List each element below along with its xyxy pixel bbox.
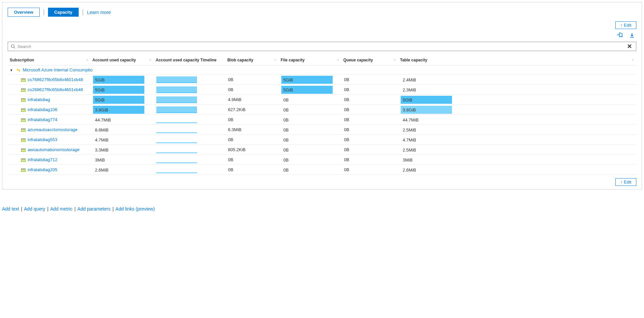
key-icon	[16, 68, 20, 72]
sort-icon: ↑↓	[274, 58, 276, 61]
bottom-edit-row: ↑ Edit	[8, 178, 636, 186]
col-file[interactable]: File capacity↑↓	[279, 56, 341, 65]
storage-account-link[interactable]: cs268627f8c65b8x4601xb48	[28, 87, 83, 92]
table-capacity-value: 3.8GiB	[403, 107, 416, 112]
add-metric-link[interactable]: Add metric	[50, 206, 73, 212]
storage-icon	[21, 168, 26, 172]
svg-rect-29	[22, 140, 25, 141]
add-links-bar: Add text | Add query | Add metric | Add …	[2, 206, 642, 212]
table-capacity-value: 3MiB	[403, 157, 413, 162]
search-input[interactable]	[15, 42, 626, 51]
svg-point-0	[11, 45, 14, 48]
svg-rect-37	[22, 161, 25, 161]
group-name[interactable]: Microsoft Azure Internal Consumptio	[23, 67, 93, 72]
svg-rect-28	[22, 140, 25, 140]
svg-rect-35	[21, 159, 26, 162]
queue-capacity-value: 0B	[344, 127, 349, 132]
timeline-sparkline	[156, 116, 197, 123]
svg-rect-15	[21, 109, 26, 112]
storage-account-link[interactable]: infralabdiag553	[28, 137, 57, 142]
timeline-sparkline	[156, 86, 197, 93]
svg-rect-3	[21, 79, 26, 82]
search-box[interactable]: ✕	[8, 42, 636, 51]
pin-icon[interactable]	[617, 32, 623, 38]
sort-icon: ↑↓	[337, 58, 339, 61]
table-header-row: Subscription↑↓ Account used capacity↑↓ A…	[8, 56, 636, 65]
col-used[interactable]: Account used capacity↑↓	[90, 56, 154, 65]
download-icon[interactable]	[629, 32, 635, 38]
timeline-sparkline	[156, 167, 197, 173]
file-capacity-value: 0B	[283, 97, 289, 102]
table-row: infralabdiag1063.8GiB627.2KiB0B0B3.8GiB	[8, 105, 636, 115]
add-text-link[interactable]: Add text	[2, 206, 19, 212]
queue-capacity-value: 0B	[344, 147, 349, 152]
storage-account-link[interactable]: infralabdiag712	[28, 157, 57, 162]
svg-rect-30	[21, 148, 26, 149]
col-table[interactable]: Table capacity↑↓	[398, 56, 636, 65]
learn-more-link[interactable]: Learn more	[87, 10, 111, 15]
file-capacity-value: 0B	[283, 117, 289, 122]
queue-capacity-value: 0B	[344, 77, 349, 82]
search-icon	[11, 44, 15, 49]
svg-rect-2	[21, 78, 26, 79]
table-row: cs268627f8c65b8x4601xb485GiB0B5GiB0B2.3M…	[8, 85, 636, 95]
storage-account-link[interactable]: awsautomationomsstorage	[28, 147, 79, 152]
used-capacity-value: 5GiB	[95, 77, 105, 82]
storage-icon	[21, 98, 26, 102]
svg-rect-18	[21, 118, 26, 119]
storage-account-link[interactable]: infralabdiag106	[28, 107, 57, 112]
queue-capacity-value: 0B	[344, 87, 349, 92]
table-capacity-value: 44.7MiB	[403, 117, 419, 122]
edit-button[interactable]: ↑ Edit	[615, 21, 636, 29]
storage-icon	[21, 128, 26, 132]
used-capacity-value: 44.7MiB	[95, 117, 111, 122]
table-row: infralabdiag7123MiB0B0B0B3MiB	[8, 155, 636, 165]
svg-rect-6	[21, 88, 26, 89]
timeline-sparkline	[156, 136, 197, 143]
storage-account-link[interactable]: infralabdiag	[28, 97, 50, 102]
col-queue[interactable]: Queue capacity↑↓	[341, 56, 398, 65]
storage-account-link[interactable]: infralabdiag774	[28, 117, 57, 122]
storage-account-link[interactable]: azureautoacctomsstorage	[28, 127, 78, 132]
storage-icon	[21, 148, 26, 152]
storage-icon	[21, 78, 26, 82]
edit-label: Edit	[624, 180, 631, 185]
file-capacity-value: 0B	[283, 167, 289, 172]
col-blob[interactable]: Blob capacity↑↓	[225, 56, 279, 65]
clear-icon[interactable]: ✕	[626, 43, 633, 50]
svg-rect-11	[21, 99, 26, 102]
svg-rect-21	[22, 120, 25, 121]
storage-account-link[interactable]: infralabdiag205	[28, 167, 57, 172]
add-parameters-link[interactable]: Add parameters	[77, 206, 111, 212]
svg-rect-23	[21, 129, 26, 132]
add-query-link[interactable]: Add query	[24, 206, 45, 212]
group-row[interactable]: ▼ Microsoft Azure Internal Consumptio	[8, 65, 636, 75]
blob-capacity-value: 0B	[228, 87, 233, 92]
svg-rect-5	[22, 80, 25, 81]
svg-rect-9	[22, 90, 25, 91]
tab-capacity[interactable]: Capacity	[48, 8, 79, 17]
queue-capacity-value: 0B	[344, 117, 349, 122]
svg-rect-33	[22, 150, 25, 151]
timeline-sparkline	[156, 156, 197, 163]
table-row: infralabdiag5GiB4.9MiB0B0B5GiB	[8, 95, 636, 105]
svg-rect-38	[21, 168, 26, 169]
tabs-row: Overview Capacity Learn more	[8, 8, 636, 17]
col-timeline[interactable]: Account used capacity Timeline	[154, 56, 225, 65]
used-capacity-value: 3.3MiB	[95, 147, 108, 152]
add-links-preview-link[interactable]: Add links (preview)	[115, 206, 155, 212]
queue-capacity-value: 0B	[344, 167, 349, 172]
svg-rect-34	[21, 158, 26, 159]
svg-rect-41	[22, 171, 25, 171]
storage-icon	[21, 88, 26, 92]
tab-overview[interactable]: Overview	[8, 8, 40, 17]
storage-account-link[interactable]: cs768627f8c65b8x4601xb48	[28, 77, 83, 82]
queue-capacity-value: 0B	[344, 157, 349, 162]
edit-button-bottom[interactable]: ↑ Edit	[615, 178, 636, 186]
file-capacity-value: 0B	[283, 127, 289, 132]
col-subscription[interactable]: Subscription↑↓	[8, 56, 90, 65]
used-capacity-value: 3.8GiB	[95, 107, 108, 112]
queue-capacity-value: 0B	[344, 137, 349, 142]
table-capacity-value: 2.5MiB	[403, 127, 416, 132]
svg-rect-7	[21, 89, 26, 92]
